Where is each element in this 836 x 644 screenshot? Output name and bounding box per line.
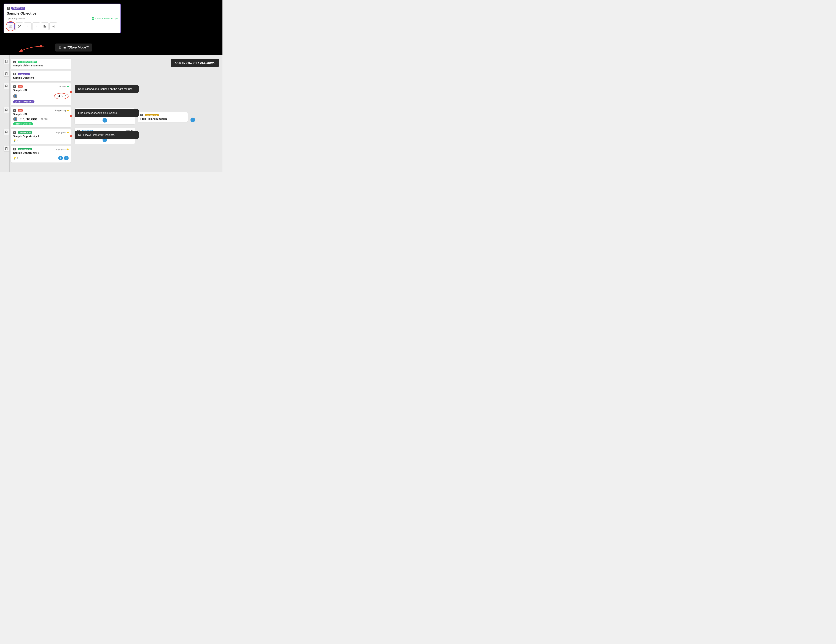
opp1-title: Sample Opportunity 1 — [13, 135, 69, 138]
kpi2-value: 10,000 — [26, 117, 37, 121]
vision-card-header: 2 VISION STATEMENT — [13, 61, 69, 63]
svg-rect-8 — [45, 26, 46, 27]
kpi1-red-dot — [69, 90, 73, 94]
opp2-number: 1 — [13, 148, 16, 150]
kpi2-red-dot — [69, 114, 73, 118]
assumption-number: 1 — [140, 114, 143, 116]
kpi1-value-row: 👤 515 ↑ 5 — [13, 93, 69, 99]
focus-button[interactable] — [41, 22, 49, 30]
opp2-insight[interactable]: 💡 3 — [13, 157, 18, 160]
card-meta: Updated just now Changed 6 hours ago — [7, 17, 118, 20]
tooltip-italic: "Story Mode"! — [67, 46, 89, 49]
focus-icon — [43, 25, 46, 28]
kpi1-up-arrow: ↑ — [63, 95, 64, 97]
kpi2-value-row: 👤 💬 2 10,000 ↓ 10,000 — [13, 117, 69, 121]
objective-icon-btn[interactable] — [3, 71, 9, 77]
kpi2-tooltip-bubble: Find context specific discussions. — [75, 109, 139, 117]
kpi1-badge: KPI — [18, 85, 23, 88]
vision-number: 2 — [13, 61, 16, 63]
tooltip-text: Enter "Story Mode"! — [55, 44, 92, 52]
vision-title: Sample Vision Statement — [13, 64, 69, 67]
kpi1-value-circle: 515 ↑ 5 — [54, 93, 69, 99]
opp1-card: 1 OPPORTUNITY In-progress Sample Opportu… — [11, 129, 71, 144]
svg-rect-0 — [92, 17, 93, 18]
kpi2-icon-btn[interactable] — [3, 107, 9, 113]
opp1-red-dot — [69, 134, 73, 138]
opp1-meta: 1 OPPORTUNITY In-progress — [13, 131, 69, 134]
vision-icon-btn[interactable] — [3, 59, 9, 64]
opp1-tooltip-bubble: Re-discover important insights. — [75, 131, 139, 139]
svg-rect-1 — [93, 17, 94, 18]
kpi2-tag: Product Outcome — [13, 122, 33, 125]
opp2-status-dot — [67, 148, 69, 150]
opp1-insight[interactable]: 💡 1 — [13, 139, 69, 142]
updated-text: Updated just now — [7, 17, 24, 20]
lightbulb-icon: 💡 — [13, 139, 16, 142]
red-dot — [40, 45, 42, 47]
kpi1-avatar: 👤 — [13, 94, 17, 98]
book-icon-6 — [5, 147, 8, 150]
unlink-button[interactable] — [15, 22, 23, 30]
kpi2-down-arrow: ↓ — [39, 118, 40, 120]
svg-rect-2 — [92, 19, 93, 20]
svg-rect-6 — [45, 25, 46, 26]
opp1-insight-row: 💡 1 — [13, 139, 69, 142]
kpi1-title: Sample KPI — [13, 89, 69, 92]
assumption-group: 1 ASSUMPTION High Risk Assumption + — [138, 112, 195, 122]
story-mode-button[interactable]: 📖 — [7, 22, 15, 30]
unlink-icon — [18, 25, 21, 28]
solution1-add-button[interactable]: + — [103, 118, 107, 122]
kpi1-card: 1 KPI On Track Sample KPI 👤 515 ↑ 5 — [11, 83, 71, 105]
changed-text: Changed 6 hours ago — [95, 17, 118, 20]
book-icon-2 — [5, 72, 8, 75]
red-arrow-svg — [9, 42, 55, 53]
svg-line-4 — [18, 25, 20, 27]
kpi1-status-text: On Track — [58, 85, 67, 88]
objective-title: Sample Objective — [13, 77, 69, 79]
objective-card: 1 OBJECTIVE Sample Objective — [11, 71, 71, 82]
kpi1-icon-btn[interactable] — [3, 83, 9, 89]
objective-card-top: 3 OBJECTIVE Sample Objective Updated jus… — [3, 3, 121, 33]
assumption-title: High Risk Assumption — [140, 117, 185, 120]
svg-point-10 — [70, 115, 72, 117]
book-icon-4 — [5, 109, 8, 111]
assumption-add-button[interactable]: + — [191, 117, 195, 122]
add-sibling-button[interactable]: + — [64, 156, 69, 160]
objective-badge-2: OBJECTIVE — [18, 73, 30, 75]
opp1-icon-btn[interactable] — [3, 129, 9, 135]
opp1-insight-count: 1 — [17, 139, 18, 142]
kpi1-tooltip-bubble: Keep aligned and focused on the right me… — [75, 85, 139, 93]
assumption-card: 1 ASSUMPTION High Risk Assumption — [138, 112, 188, 122]
svg-point-11 — [70, 135, 72, 137]
kpi2-comment-count: 2 — [23, 118, 24, 120]
story-item-opp1: 1 OPPORTUNITY In-progress Sample Opportu… — [3, 129, 71, 144]
card-header-row: 3 OBJECTIVE — [7, 7, 118, 10]
vision-card: 2 VISION STATEMENT Sample Vision Stateme… — [11, 59, 71, 69]
changed-indicator: Changed 6 hours ago — [92, 17, 118, 20]
vision-badge: VISION STATEMENT — [18, 61, 37, 63]
objective-card-header: 1 OBJECTIVE — [13, 73, 69, 75]
kpi1-status-dot — [67, 86, 69, 87]
book-icon-5 — [5, 130, 8, 134]
indent-button[interactable]: →| — [49, 22, 57, 30]
toolbar-book-wrapper: 📖 — [7, 22, 15, 30]
kpi2-number: 1 — [13, 109, 16, 112]
arrow-annotation — [9, 42, 55, 54]
add-btn-row: + + — [58, 156, 69, 160]
story-item-kpi2: 1 KPI Progressing Sample KPI 👤 💬 2 1 — [3, 107, 71, 127]
kpi2-meta: 1 KPI Progressing — [13, 109, 69, 112]
opp2-icon-btn[interactable] — [3, 146, 9, 152]
kpi2-card: 1 KPI Progressing Sample KPI 👤 💬 2 1 — [11, 107, 71, 127]
move-up-button[interactable]: ↑ — [24, 22, 32, 30]
opp1-badge: OPPORTUNITY — [18, 131, 33, 134]
card-title: Sample Objective — [7, 11, 118, 15]
kpi1-tag: Business Outcome — [13, 100, 34, 103]
kpi2-comment-badge[interactable]: 💬 2 — [19, 118, 25, 121]
add-child-button[interactable]: + — [58, 156, 63, 160]
grid-icon — [92, 17, 94, 20]
opp1-number: 1 — [13, 131, 16, 134]
move-down-button[interactable]: ↓ — [32, 22, 40, 30]
kpi2-status-text: Progressing — [55, 109, 67, 112]
toolbar: 📖 ↑ ↓ →| — [7, 22, 118, 30]
story-item-kpi1: 1 KPI On Track Sample KPI 👤 515 ↑ 5 — [3, 83, 71, 105]
